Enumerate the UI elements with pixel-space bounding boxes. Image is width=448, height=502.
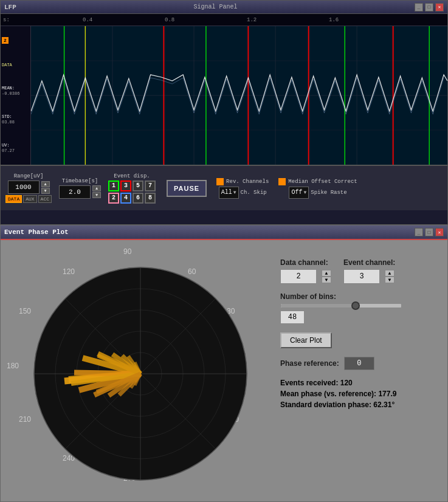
phase-ref-group: Phase reference: 0 <box>280 357 441 370</box>
evt-btn-5[interactable]: 5 <box>133 181 143 191</box>
lfp-subtitle: Signal Panel <box>193 4 237 10</box>
bins-slider-track[interactable] <box>280 303 402 308</box>
bins-slider-container: 48 <box>280 303 441 324</box>
data-mode-btn[interactable]: DATA <box>5 195 22 203</box>
median-group: Median Offset Correct Off ▼ Spike Raste <box>278 178 357 199</box>
slider-thumb[interactable] <box>351 301 360 310</box>
event-channel-field-row: 3 ▲ ▼ <box>343 269 395 284</box>
event-disp-buttons: 1 3 5 7 2 4 6 8 <box>108 181 156 204</box>
timebase-down[interactable]: ▼ <box>92 192 101 198</box>
data-label: DATA <box>2 62 29 68</box>
data-channel-down[interactable]: ▼ <box>322 277 331 283</box>
phase-content: 90 60 30 0 330 300 270 240 210 180 150 1… <box>1 240 447 501</box>
phase-ref-row: Phase reference: 0 <box>280 357 441 370</box>
range-spinners: ▲ ▼ <box>41 181 50 194</box>
timebase-up[interactable]: ▲ <box>92 185 101 191</box>
range-down[interactable]: ▼ <box>41 188 50 194</box>
event-channel-label: Event channel: <box>343 258 395 267</box>
phase-win-controls: _ □ ✕ <box>415 228 444 236</box>
range-value[interactable]: 1000 <box>8 181 40 194</box>
lfp-title: LFP <box>4 4 16 11</box>
evt-btn-1[interactable]: 1 <box>108 181 119 191</box>
phase-minimize-btn[interactable]: _ <box>415 228 423 236</box>
ch-skip-label: Ch. Skip <box>241 190 267 196</box>
mean-label: MEAN: -0.0386 <box>2 86 29 96</box>
pause-button[interactable]: PAUSE <box>167 180 207 197</box>
timebase-group: Timebase[s] 2.0 ▲ ▼ <box>59 178 101 199</box>
event-channel-input[interactable]: 3 <box>343 269 380 284</box>
event-disp-group: Event disp. 1 3 5 7 2 4 6 8 <box>108 173 156 204</box>
acc-mode-btn[interactable]: ACC <box>38 195 52 203</box>
event-channel-spinners: ▲ ▼ <box>385 270 395 283</box>
range-control-row: 1000 ▲ ▼ <box>8 181 50 194</box>
event-channel-up[interactable]: ▲ <box>385 270 395 277</box>
bins-group: Number of bins: 48 <box>280 292 441 324</box>
timebase-value[interactable]: 2.0 <box>59 185 91 199</box>
aux-mode-btn[interactable]: AUX <box>23 195 36 203</box>
events-received-stat: Events received: 120 <box>280 379 441 387</box>
range-group: Range[uV] 1000 ▲ ▼ DATA AUX ACC <box>5 173 52 203</box>
axis-1-6: 1.6 <box>329 17 339 23</box>
data-channel-spinners: ▲ ▼ <box>322 270 331 283</box>
phase-close-btn[interactable]: ✕ <box>435 228 444 236</box>
std-label: STD: 03.08 <box>2 114 29 125</box>
polar-chart-container: 90 60 30 0 330 300 270 240 210 180 150 1… <box>7 246 268 495</box>
lfp-close-btn[interactable]: ✕ <box>435 3 444 12</box>
time-axis-label: s: <box>3 17 10 23</box>
data-channel-group: Data channel: 2 ▲ ▼ <box>280 258 331 284</box>
phase-ref-label: Phase reference: <box>280 359 339 368</box>
timebase-spinners: ▲ ▼ <box>92 185 101 198</box>
median-value: Off <box>291 189 302 196</box>
evt-btn-7[interactable]: 7 <box>145 181 156 191</box>
rev-value: All <box>221 189 232 196</box>
data-channel-up[interactable]: ▲ <box>322 270 331 277</box>
median-dropdown-arrow: ▼ <box>303 190 306 195</box>
angle-180: 180 <box>7 362 19 370</box>
spike-label: Spike Raste <box>311 190 346 196</box>
evt-btn-3[interactable]: 3 <box>120 181 131 191</box>
rev-control-row: All ▼ Ch. Skip <box>219 187 267 199</box>
event-channel-group: Event channel: 3 ▲ ▼ <box>343 258 395 284</box>
bins-value: 48 <box>280 311 305 324</box>
clear-plot-button[interactable]: Clear Plot <box>280 332 332 348</box>
axis-1-2: 1.2 <box>247 17 257 23</box>
right-panel: Data channel: 2 ▲ ▼ Event channel: 3 <box>280 246 441 495</box>
median-label: Median Offset Correct <box>288 179 357 185</box>
std-phase-stat: Standard deviation phase: 62.31° <box>280 401 441 409</box>
data-channel-input[interactable]: 2 <box>280 269 317 284</box>
phase-maximize-btn[interactable]: □ <box>425 228 433 236</box>
event-disp-label: Event disp. <box>114 173 150 179</box>
phase-ref-value[interactable]: 0 <box>344 357 374 370</box>
timebase-control-row: 2.0 ▲ ▼ <box>59 185 101 199</box>
rev-dropdown[interactable]: All ▼ <box>219 187 239 199</box>
median-dropdown[interactable]: Off ▼ <box>289 187 309 199</box>
chart-area: s: 0.4 0.8 1.2 1.6 2 DATA MEAN: -0.0386 <box>1 14 447 165</box>
lfp-titlebar: LFP Signal Panel _ □ ✕ <box>1 1 447 14</box>
rev-dropdown-arrow: ▼ <box>233 190 236 195</box>
evt-btn-8[interactable]: 8 <box>145 193 156 204</box>
evt-btn-6[interactable]: 6 <box>133 193 143 204</box>
timebase-label: Timebase[s] <box>62 178 98 184</box>
evt-btn-2[interactable]: 2 <box>108 193 119 204</box>
range-up[interactable]: ▲ <box>41 181 50 187</box>
pause-group: PAUSE <box>167 180 207 197</box>
lfp-maximize-btn[interactable]: □ <box>425 3 433 12</box>
axis-0-8: 0.8 <box>165 17 174 23</box>
bins-label: Number of bins: <box>280 292 441 301</box>
data-channel-field-row: 2 ▲ ▼ <box>280 269 331 284</box>
phase-titlebar: Event Phase Plot _ □ ✕ <box>1 225 447 240</box>
evt-btn-4[interactable]: 4 <box>120 193 131 204</box>
range-label: Range[uV] <box>14 173 44 179</box>
polar-svg <box>19 252 262 495</box>
lfp-window: LFP Signal Panel _ □ ✕ s: 0.4 0.8 1.2 1.… <box>0 0 448 225</box>
median-control-row: Off ▼ Spike Raste <box>289 187 346 199</box>
stats-section: Events received: 120 Mean phase (vs. ref… <box>280 379 441 409</box>
lfp-minimize-btn[interactable]: _ <box>415 3 423 12</box>
event-channel-down[interactable]: ▼ <box>385 277 395 283</box>
phase-plot-window: Event Phase Plot _ □ ✕ 90 60 30 0 330 30… <box>0 225 448 502</box>
chart-labels-panel: 2 DATA MEAN: -0.0386 STD: 03.08 UV: 07.2… <box>1 26 31 165</box>
axis-0-4: 0.4 <box>83 17 92 23</box>
slider-fill <box>281 304 356 308</box>
phase-title: Event Phase Plot <box>4 229 69 236</box>
channel-indicator: 2 <box>2 38 29 44</box>
